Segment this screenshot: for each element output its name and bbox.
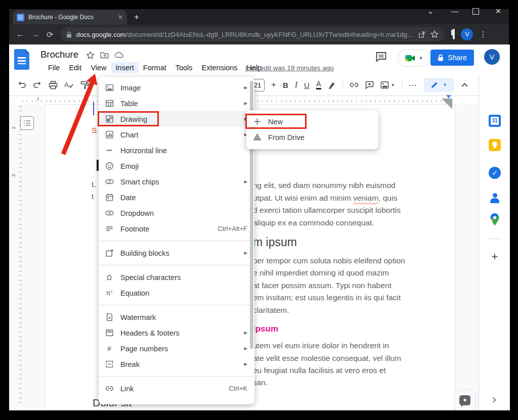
bookmark-star-icon[interactable] [430,30,439,38]
menu-item-building-blocks[interactable]: Building blocks▶ [99,245,254,261]
svg-text:a: a [108,315,110,320]
hide-side-panel-chevron[interactable]: › [492,392,496,406]
menu-item-label: Emoji [120,162,139,170]
last-edit-link[interactable]: Last edit was 19 minutes ago [245,64,334,72]
menu-extensions[interactable]: Extensions [197,62,242,73]
underline-button[interactable]: U [304,81,310,89]
clipped-text-fragment: t [92,192,94,201]
menu-item-page-numbers[interactable]: #Page numbers▶ [99,341,254,356]
sidebar-divider [487,239,501,239]
menu-item-label: Table [120,100,138,108]
menu-item-horizontal-line[interactable]: Horizontal line [99,143,254,158]
menu-format[interactable]: Format [139,62,171,73]
tab-close-icon[interactable]: ✕ [118,14,123,21]
print-button[interactable] [49,81,58,89]
document-text-line: san. [253,378,268,387]
menu-tools[interactable]: Tools [171,62,197,73]
menu-item-drawing[interactable]: Drawing▶ [99,111,254,127]
tab-search-chevron-icon[interactable]: ⌄ [427,7,434,15]
paint-format-button[interactable] [80,81,89,89]
document-title[interactable]: Brochure [40,49,78,60]
link-icon [105,384,114,393]
menu-view[interactable]: View [86,62,111,73]
docs-logo-icon[interactable] [14,49,29,70]
address-bar[interactable]: docs.google.com /document/d/1zD4AtsENsL-… [60,27,445,41]
insert-link-button[interactable] [350,81,359,89]
menu-item-footnote[interactable]: FootnoteCtrl+Alt+F [99,221,254,237]
editing-mode-button[interactable]: ▼ [424,78,454,92]
contacts-sidebar-icon[interactable] [488,191,502,205]
menu-item-break[interactable]: Break▶ [99,356,254,372]
account-avatar[interactable]: V [484,49,500,65]
document-outline-button[interactable] [20,116,34,130]
tasks-sidebar-icon[interactable]: ✓ [488,166,502,180]
open-comments-icon[interactable] [375,51,387,63]
window-minimize-button[interactable]: — [451,7,458,15]
document-status-cloud-icon[interactable] [114,51,124,59]
star-document-icon[interactable] [86,51,95,60]
menu-item-dropdown[interactable]: Dropdown [99,205,254,221]
more-toolbar-button[interactable]: ⋯ [409,80,417,90]
menu-divider [99,376,254,377]
window-close-button[interactable]: ✕ [495,7,501,15]
document-text-line: eu feugiat nulla facilisis at vero eros … [253,366,386,375]
menu-item-equation[interactable]: π2Equation [99,285,254,301]
menu-item-special-characters[interactable]: ΩSpecial characters [99,269,254,285]
window-maximize-button[interactable] [472,8,479,15]
menu-item-image[interactable]: Image▶ [99,80,254,96]
undo-button[interactable] [17,81,26,89]
document-text-line: utpat. Ut wisi enim ad minim veniam, qui… [253,194,397,203]
menu-item-label: Footnote [120,225,149,233]
italic-button[interactable]: I [295,80,297,89]
share-button[interactable]: Share [430,50,474,66]
share-page-icon[interactable] [418,31,425,38]
document-heading: ipsum [253,324,278,334]
menu-item-date[interactable]: Date [99,190,254,205]
building-blocks-icon [105,249,114,257]
bold-button[interactable]: B [283,81,288,89]
menu-item-headers-footers[interactable]: Headers & footers▶ [99,325,254,341]
explore-button[interactable]: ✦ [454,390,476,410]
text-color-button[interactable]: A [316,80,321,89]
menu-item-label: From Drive [268,133,305,142]
submenu-arrow-icon: ▶ [244,101,247,106]
insert-image-button[interactable]: ▼ [380,81,395,89]
maps-sidebar-icon[interactable] [488,212,502,226]
docs-menubar: FileEditViewInsertFormatToolsExtensionsH… [44,62,266,73]
move-to-folder-icon[interactable] [100,51,109,59]
menu-item-table[interactable]: Table▶ [99,96,254,111]
spelling-check-button[interactable]: A [64,81,74,89]
menu-item-chart[interactable]: Chart▶ [99,127,254,143]
forward-button[interactable]: → [31,30,39,39]
menu-item-from-drive[interactable]: From Drive [246,129,378,145]
document-text-line: at facer possim assum. Typi non habent [253,281,392,290]
browser-profile-avatar[interactable]: V [461,28,473,40]
back-button[interactable]: ← [16,30,24,39]
document-text-line: ng elit, sed diam nonummy nibh euismod [253,181,396,190]
new-tab-button[interactable]: + [134,12,139,22]
side-panel-icon[interactable] [453,30,455,39]
menu-item-watermark[interactable]: aWatermark [99,309,254,325]
browser-menu-icon[interactable]: ⋮ [479,30,487,39]
menu-item-emoji[interactable]: Emoji [99,158,254,174]
calendar-sidebar-icon[interactable] [488,114,502,128]
add-comment-button[interactable] [365,81,374,89]
menu-file[interactable]: File [44,62,64,73]
redo-button[interactable] [33,81,42,89]
menu-insert[interactable]: Insert [111,62,139,73]
menu-edit[interactable]: Edit [64,62,86,73]
join-call-button[interactable]: ▼ [398,50,430,67]
menu-divider [99,265,254,265]
menu-item-smart-chips[interactable]: Smart chips▶ [99,174,254,190]
reload-button[interactable]: ⟳ [47,30,53,39]
highlight-color-button[interactable] [328,81,336,89]
collapse-toolbar-button[interactable] [461,82,468,87]
menu-item-new[interactable]: New [246,114,378,129]
menu-item-label: Chart [120,131,138,139]
browser-tab[interactable]: Brochure - Google Docs ✕ [13,10,127,24]
get-addons-button[interactable]: + [488,250,502,264]
drawing-submenu: NewFrom Drive [246,110,378,149]
increase-font-size-button[interactable]: + [271,80,276,90]
keep-sidebar-icon[interactable] [488,138,502,152]
menu-item-link[interactable]: LinkCtrl+K [99,381,254,396]
